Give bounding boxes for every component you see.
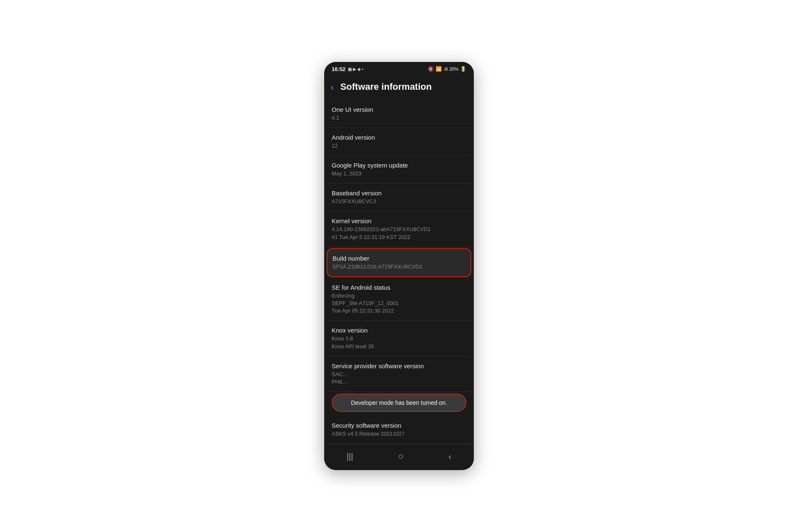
battery-icon: 🔋 bbox=[460, 66, 466, 72]
google-play-value: May 1, 2023 bbox=[332, 170, 466, 177]
service-provider-section: Service provider software version SAC...… bbox=[327, 357, 471, 416]
android-value: 12 bbox=[332, 142, 466, 150]
back-nav-button[interactable]: ‹ bbox=[442, 450, 458, 463]
list-item-build-number[interactable]: Build number SP1A.210812.016.A715FXXU8CV… bbox=[327, 248, 471, 277]
screen-content: ‹ Software information One UI version 4.… bbox=[324, 75, 474, 444]
time-display: 16:52 bbox=[332, 66, 345, 72]
signal-icon: .ill bbox=[443, 66, 448, 71]
kernel-value: 4.14.190-23682023-abA715FXXU8CVD1 #1 Tue… bbox=[332, 226, 466, 241]
one-ui-label: One UI version bbox=[332, 106, 466, 113]
status-time: 16:52 ▣ ▶ ◈ • bbox=[332, 66, 363, 72]
list-item-service-provider[interactable]: Service provider software version SAC...… bbox=[327, 357, 471, 392]
page-header: ‹ Software information bbox=[324, 75, 474, 100]
list-item-se-android[interactable]: SE for Android status Enforcing SEPF_SM-… bbox=[327, 278, 471, 321]
kernel-label: Kernel version bbox=[332, 217, 466, 224]
status-bar: 16:52 ▣ ▶ ◈ • 🔇 📶 .ill 20% 🔋 bbox=[324, 62, 474, 75]
baseband-value: A715FXXU8CVC3 bbox=[332, 198, 466, 205]
security-value: ASKS v4.5 Release 20211027 bbox=[332, 430, 466, 438]
battery-percent: 20% bbox=[449, 66, 458, 71]
knox-value: Knox 3.8 Knox API level 35 bbox=[332, 335, 466, 350]
page-title: Software information bbox=[340, 81, 432, 92]
build-number-label: Build number bbox=[332, 255, 466, 262]
list-item-security[interactable]: Security software version ASKS v4.5 Rele… bbox=[327, 416, 471, 444]
security-label: Security software version bbox=[332, 422, 466, 429]
baseband-label: Baseband version bbox=[332, 190, 466, 197]
home-button[interactable]: ○ bbox=[392, 449, 410, 463]
build-number-value: SP1A.210812.016.A715FXXU8CVD1 bbox=[332, 263, 466, 271]
phone-frame: 16:52 ▣ ▶ ◈ • 🔇 📶 .ill 20% 🔋 ‹ Software … bbox=[324, 62, 474, 470]
list-item-baseband[interactable]: Baseband version A715FXXU8CVC3 bbox=[327, 184, 471, 212]
list-item-android[interactable]: Android version 12 bbox=[327, 128, 471, 156]
android-label: Android version bbox=[332, 134, 466, 141]
service-provider-label: Service provider software version bbox=[332, 362, 466, 369]
back-button[interactable]: ‹ bbox=[328, 81, 337, 94]
mute-icon: 🔇 bbox=[428, 66, 434, 72]
se-android-label: SE for Android status bbox=[332, 284, 466, 291]
service-provider-value: SAC...PHE... bbox=[332, 371, 466, 386]
recents-button[interactable]: ||| bbox=[340, 450, 360, 463]
list-item-google-play[interactable]: Google Play system update May 1, 2023 bbox=[327, 156, 471, 184]
toast-container: Developer mode has been turned on. bbox=[327, 392, 471, 416]
google-play-label: Google Play system update bbox=[332, 162, 466, 169]
nav-bar: ||| ○ ‹ bbox=[324, 444, 474, 470]
wifi-icon: 📶 bbox=[436, 66, 442, 72]
knox-label: Knox version bbox=[332, 327, 466, 334]
info-list: One UI version 4.1 Android version 12 Go… bbox=[324, 100, 474, 444]
one-ui-value: 4.1 bbox=[332, 114, 466, 122]
list-item-knox[interactable]: Knox version Knox 3.8 Knox API level 35 bbox=[327, 321, 471, 356]
status-right-icons: 🔇 📶 .ill 20% 🔋 bbox=[428, 66, 466, 72]
list-item-kernel[interactable]: Kernel version 4.14.190-23682023-abA715F… bbox=[327, 212, 471, 247]
toast-message: Developer mode has been turned on. bbox=[332, 394, 466, 412]
se-android-value: Enforcing SEPF_SM-A715F_12_0001 Tue Apr … bbox=[332, 292, 466, 315]
status-media-icons: ▣ ▶ ◈ • bbox=[348, 67, 363, 71]
list-item-one-ui[interactable]: One UI version 4.1 bbox=[327, 100, 471, 128]
